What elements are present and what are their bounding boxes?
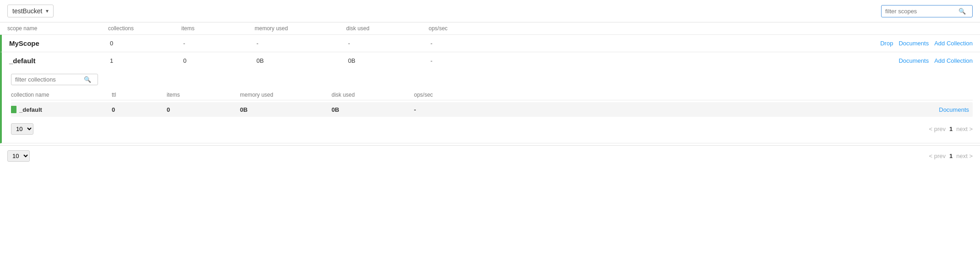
documents-button-default[interactable]: Documents [898,57,929,64]
scope-row-myscope: MyScope 0 - - - - Drop Documents Add Col… [0,35,980,52]
inner-per-page: 10 25 50 [11,123,33,135]
scope-collections-myscope: 0 [110,40,183,47]
collection-disk: 0B [332,106,414,113]
col-ttl: ttl [112,92,167,98]
scope-items-myscope: - [183,40,256,47]
scope-disk-default: 0B [348,57,430,64]
scope-actions-default: Documents Add Collection [513,57,973,64]
collection-items: 0 [167,106,240,113]
collection-ttl: 0 [112,106,167,113]
scope-ops-myscope: - [430,40,513,47]
outer-prev-button[interactable]: < prev [929,153,946,159]
filter-collections-input[interactable] [15,76,84,83]
collection-icon [11,106,16,113]
scope-row-header-default: _default 1 0 0B 0B - Documents Add Colle… [2,52,980,69]
drop-button-myscope[interactable]: Drop [880,40,893,47]
filter-collections-container: 🔍 [11,74,98,85]
outer-per-page-select[interactable]: 10 25 50 [7,150,30,162]
bucket-name: testBucket [12,7,42,15]
filter-scopes-input[interactable] [885,8,958,15]
col-disk-used: disk used [346,25,429,32]
inner-page-number: 1 [949,126,953,132]
outer-page-number: 1 [949,153,953,159]
collection-memory: 0B [240,106,332,113]
inner-pagination-nav: < prev 1 next > [929,126,973,132]
scope-name-myscope: MyScope [9,39,110,47]
collection-actions: Documents [496,106,973,113]
col-items: items [181,25,255,32]
col-coll-disk: disk used [332,92,414,98]
outer-next-button[interactable]: next > [956,153,973,159]
scope-collections-default: 1 [110,57,183,64]
bucket-selector[interactable]: testBucket ▾ [7,5,54,17]
scope-ops-default: - [430,57,513,64]
chevron-down-icon: ▾ [46,8,49,14]
scope-header-row: scope name collections items memory used… [0,22,980,35]
inner-pagination-row: 10 25 50 < prev 1 next > [11,120,973,138]
add-collection-button-myscope[interactable]: Add Collection [934,40,973,47]
scope-memory-default: 0B [256,57,348,64]
filter-scopes-container: 🔍 [881,5,973,17]
scope-items-default: 0 [183,57,256,64]
scope-actions-myscope: Drop Documents Add Collection [513,40,973,47]
inner-prev-button[interactable]: < prev [929,126,946,132]
outer-pagination-row: 10 25 50 < prev 1 next > [0,145,980,166]
documents-button-myscope[interactable]: Documents [898,40,929,47]
search-icon: 🔍 [958,8,966,15]
top-bar: testBucket ▾ 🔍 [0,0,980,22]
col-memory-used: memory used [255,25,346,32]
collections-header-row: collection name ttl items memory used di… [11,90,973,100]
scopes-table: scope name collections items memory used… [0,22,980,143]
col-collection-name: collection name [11,92,112,98]
collection-documents-button[interactable]: Documents [939,106,969,113]
collection-row-default: _default 0 0 0B 0B - Documents [11,102,973,117]
inner-per-page-select[interactable]: 10 25 50 [11,123,33,135]
outer-per-page: 10 25 50 [7,150,30,162]
inner-next-button[interactable]: next > [956,126,973,132]
search-icon-collections: 🔍 [84,76,91,83]
col-collections: collections [108,25,181,32]
col-coll-items: items [167,92,240,98]
col-scope-name: scope name [7,25,108,32]
col-coll-ops: ops/sec [414,92,496,98]
collection-ops: - [414,106,496,113]
col-coll-memory: memory used [240,92,332,98]
scope-row-header-myscope: MyScope 0 - - - - Drop Documents Add Col… [2,35,980,52]
scope-name-default: _default [9,57,110,65]
outer-pagination-nav: < prev 1 next > [929,153,973,159]
collections-section: 🔍 collection name ttl items memory used … [2,69,980,143]
scope-row-default: _default 1 0 0B 0B - Documents Add Colle… [0,52,980,143]
col-ops-sec: ops/sec [429,25,511,32]
scope-memory-myscope: - [256,40,348,47]
collection-name-text: _default [19,106,42,113]
add-collection-button-default[interactable]: Add Collection [934,57,973,64]
collection-name-cell: _default [11,106,112,113]
scope-disk-myscope: - [348,40,430,47]
